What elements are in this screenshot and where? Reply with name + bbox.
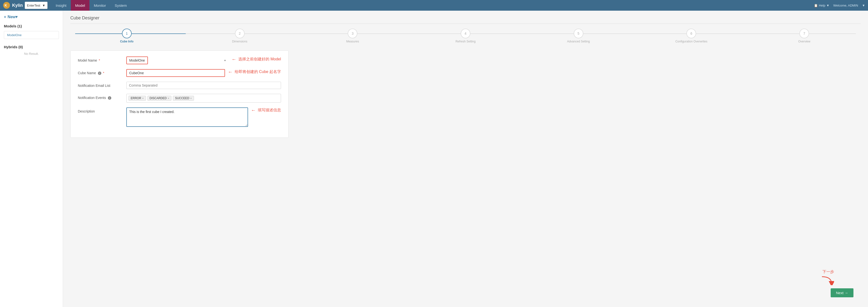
tag-discarded: DISCARDED ×: [147, 96, 172, 101]
cube-designer-title: Cube Designer: [70, 16, 861, 24]
hybrids-section: Hybrids (0) No Result.: [4, 45, 59, 56]
step-2-label: Dimensions: [232, 40, 247, 43]
step-2[interactable]: 2 Dimensions: [183, 29, 296, 43]
description-textarea[interactable]: This is the first cube I created.: [126, 108, 248, 127]
tag-error: ERROR ×: [128, 96, 146, 101]
next-step-annotation: 下一步: [819, 269, 834, 285]
model-name-required: *: [99, 58, 100, 62]
cube-info-form: Model Name * ModelOne ← 选择之前创建好的 Model C…: [70, 51, 288, 138]
cube-name-annotation: ← 给即将创建的 Cube 起名字: [228, 69, 281, 75]
model-name-arrow: ←: [231, 57, 237, 62]
next-step-arrow: [819, 275, 834, 285]
brand-name: Kylin: [12, 3, 23, 8]
step-6[interactable]: 6 Configuration Overwrites: [635, 29, 748, 43]
cube-name-required: *: [103, 71, 104, 75]
description-arrow: ←: [251, 108, 256, 113]
sidebar-item-model-one[interactable]: ModelOne: [4, 31, 59, 39]
stepper: 1 Cube Info 2 Dimensions 3 Measures 4: [70, 29, 861, 43]
new-label: New▾: [7, 14, 18, 19]
notification-email-row: Notification Email List: [78, 82, 281, 89]
description-annotation: ← 填写描述信息: [251, 108, 281, 113]
tag-discarded-label: DISCARDED: [150, 96, 167, 100]
model-name-label: Model Name *: [78, 57, 126, 62]
cube-name-row: Cube Name i * ← 给即将创建的 Cube 起名字: [78, 69, 281, 77]
welcome-dropdown-icon: ▼: [862, 4, 865, 7]
nav-model[interactable]: Model: [71, 0, 90, 11]
project-selector[interactable]: EnterTest ▼: [25, 2, 48, 9]
tag-succeed-close[interactable]: ×: [190, 97, 192, 100]
tag-succeed-label: SUCCEED: [175, 96, 189, 100]
nav-insight[interactable]: Insight: [52, 0, 71, 11]
cube-name-input[interactable]: [126, 69, 225, 77]
svg-text:K: K: [5, 3, 7, 7]
step-1[interactable]: 1 Cube Info: [70, 29, 183, 43]
model-name-select[interactable]: ModelOne: [126, 57, 148, 64]
no-result-text: No Result.: [4, 52, 59, 56]
step-6-label: Configuration Overwrites: [675, 40, 707, 43]
welcome-text: Welcome, ADMIN: [833, 4, 858, 7]
notification-email-label: Notification Email List: [78, 82, 126, 88]
help-button[interactable]: 📋 Help ▼: [814, 4, 830, 7]
step-3-label: Measures: [346, 40, 359, 43]
description-row: Description This is the first cube I cre…: [78, 108, 281, 127]
step-7[interactable]: 7 Overview: [748, 29, 861, 43]
step-6-circle: 6: [686, 29, 696, 38]
step-4[interactable]: 4 Refresh Setting: [409, 29, 522, 43]
nav-monitor[interactable]: Monitor: [90, 0, 110, 11]
model-name-row: Model Name * ModelOne ← 选择之前创建好的 Model: [78, 57, 281, 64]
main-layout: + New▾ Models (1) ModelOne Hybrids (0) N…: [0, 11, 868, 307]
model-name-annotation: ← 选择之前创建好的 Model: [231, 57, 281, 62]
brand-logo: K Kylin: [3, 2, 23, 9]
step-5-label: Advanced Setting: [567, 40, 590, 43]
top-nav-right: 📋 Help ▼ Welcome, ADMIN ▼: [814, 4, 865, 7]
project-name: EnterTest: [27, 4, 40, 7]
model-name-select-wrapper: ModelOne: [126, 57, 229, 64]
notification-events-row: Notification Events i ERROR × DISCARDED …: [78, 94, 281, 102]
notification-events-info-icon: i: [108, 96, 111, 100]
description-label: Description: [78, 108, 126, 113]
step-4-label: Refresh Setting: [456, 40, 476, 43]
step-7-circle: 7: [799, 29, 809, 38]
help-dropdown-icon: ▼: [826, 4, 830, 7]
step-5-circle: 5: [574, 29, 583, 38]
step-1-label: Cube Info: [120, 40, 133, 43]
help-icon: 📋: [814, 4, 818, 7]
tag-error-label: ERROR: [131, 96, 141, 100]
help-label: Help: [819, 4, 825, 7]
kylin-icon: K: [3, 2, 10, 9]
cube-name-label: Cube Name i *: [78, 69, 126, 75]
cube-name-info-icon: i: [98, 71, 101, 75]
models-section-title: Models (1): [4, 24, 59, 28]
step-3[interactable]: 3 Measures: [296, 29, 409, 43]
nav-system[interactable]: System: [110, 0, 131, 11]
step-5[interactable]: 5 Advanced Setting: [522, 29, 635, 43]
tag-succeed: SUCCEED ×: [173, 96, 194, 101]
next-step-label: 下一步: [823, 269, 834, 275]
step-1-circle: 1: [122, 29, 132, 38]
plus-icon: +: [4, 15, 6, 19]
notification-email-input[interactable]: [126, 82, 281, 89]
top-nav: K Kylin EnterTest ▼ Insight Model Monito…: [0, 0, 868, 11]
notification-events-label: Notification Events i: [78, 94, 126, 100]
cube-name-arrow: ←: [228, 69, 233, 75]
step-2-circle: 2: [235, 29, 245, 38]
notification-tags-container: ERROR × DISCARDED × SUCCEED ×: [126, 94, 281, 102]
next-button-container: Next →: [831, 288, 854, 297]
project-dropdown-icon: ▼: [42, 4, 45, 7]
hybrids-section-title: Hybrids (0): [4, 45, 59, 49]
content-area: Cube Designer 1 Cube Info 2 Dimensions 3: [63, 11, 868, 307]
nav-links: Insight Model Monitor System: [52, 0, 131, 11]
next-label: Next →: [836, 291, 848, 295]
tag-error-close[interactable]: ×: [142, 97, 144, 100]
step-4-circle: 4: [461, 29, 470, 38]
next-arrow-svg: [819, 275, 834, 285]
step-3-circle: 3: [348, 29, 358, 38]
new-button[interactable]: + New▾: [4, 14, 59, 19]
sidebar: + New▾ Models (1) ModelOne Hybrids (0) N…: [0, 11, 63, 307]
tag-discarded-close[interactable]: ×: [167, 97, 169, 100]
next-button[interactable]: Next →: [831, 288, 854, 297]
step-7-label: Overview: [798, 40, 810, 43]
